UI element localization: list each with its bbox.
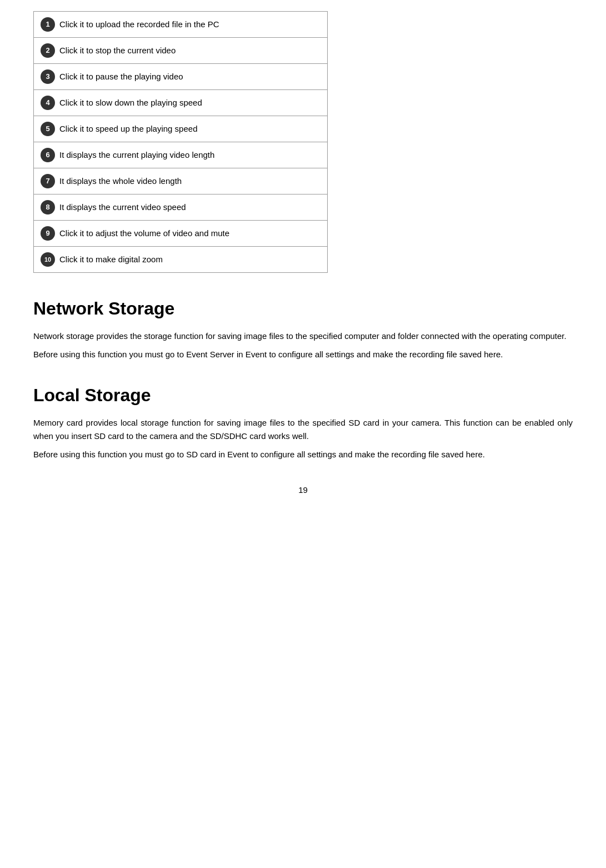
row-badge: 8: [41, 200, 55, 214]
table-cell: 3Click it to pause the playing video: [34, 64, 327, 90]
row-text: Click it to stop the current video: [59, 44, 176, 57]
table-cell: 7It displays the whole video length: [34, 168, 327, 194]
table-row: 5Click it to speed up the playing speed: [34, 116, 327, 142]
table-cell: 5Click it to speed up the playing speed: [34, 116, 327, 142]
row-badge: 6: [41, 148, 55, 162]
row-text: Click it to adjust the volume of video a…: [59, 227, 229, 240]
row-badge: 10: [41, 252, 55, 267]
row-text: Click it to speed up the playing speed: [59, 123, 198, 136]
table-row: 10Click it to make digital zoom: [34, 247, 327, 273]
table-row: 4Click it to slow down the playing speed: [34, 90, 327, 116]
table-cell: 6It displays the current playing video l…: [34, 142, 327, 168]
table-row: 1Click it to upload the recorded file in…: [34, 12, 327, 38]
row-badge: 3: [41, 69, 55, 84]
row-text: It displays the whole video length: [59, 175, 182, 188]
local-storage-paragraph2: Before using this function you must go t…: [33, 448, 573, 462]
network-storage-paragraph1: Network storage provides the storage fun…: [33, 330, 573, 343]
feature-table: 1Click it to upload the recorded file in…: [33, 11, 328, 273]
row-badge: 1: [41, 17, 55, 32]
network-storage-section: Network Storage Network storage provides…: [33, 295, 573, 362]
table-row: 2Click it to stop the current video: [34, 38, 327, 64]
network-storage-heading: Network Storage: [33, 295, 573, 322]
table-row: 3Click it to pause the playing video: [34, 64, 327, 90]
table-cell: 10Click it to make digital zoom: [34, 247, 327, 273]
table-row: 7It displays the whole video length: [34, 168, 327, 194]
row-text: Click it to pause the playing video: [59, 71, 183, 83]
table-cell: 1Click it to upload the recorded file in…: [34, 12, 327, 38]
row-text: Click it to make digital zoom: [59, 253, 163, 266]
network-storage-paragraph2: Before using this function you must go t…: [33, 348, 573, 362]
row-badge: 4: [41, 96, 55, 110]
table-cell: 4Click it to slow down the playing speed: [34, 90, 327, 116]
table-row: 6It displays the current playing video l…: [34, 142, 327, 168]
row-text: It displays the current playing video le…: [59, 149, 214, 162]
table-cell: 8It displays the current video speed: [34, 194, 327, 221]
row-badge: 9: [41, 226, 55, 241]
table-cell: 2Click it to stop the current video: [34, 38, 327, 64]
table-row: 8It displays the current video speed: [34, 194, 327, 221]
row-text: It displays the current video speed: [59, 201, 186, 214]
table-row: 9Click it to adjust the volume of video …: [34, 221, 327, 247]
row-badge: 5: [41, 122, 55, 136]
row-text: Click it to upload the recorded file in …: [59, 18, 219, 31]
page-number: 19: [33, 484, 573, 497]
table-cell: 9Click it to adjust the volume of video …: [34, 221, 327, 247]
row-badge: 7: [41, 174, 55, 188]
row-badge: 2: [41, 43, 55, 58]
row-text: Click it to slow down the playing speed: [59, 97, 202, 109]
local-storage-section: Local Storage Memory card provides local…: [33, 382, 573, 462]
local-storage-heading: Local Storage: [33, 382, 573, 408]
local-storage-paragraph1: Memory card provides local storage funct…: [33, 416, 573, 444]
